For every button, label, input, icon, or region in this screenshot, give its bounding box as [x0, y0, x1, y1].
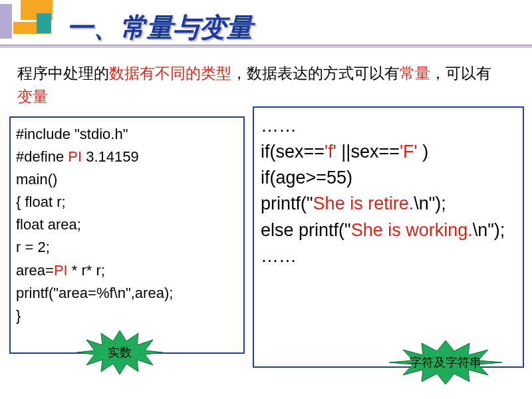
intro-text: 程序中处理的数据有不同的类型，数据表达的方式可以有常量，可以有变量 — [17, 63, 503, 108]
code-line: …… — [261, 243, 516, 269]
code-line: area=PI * r* r; — [16, 259, 238, 282]
intro-seg-red: 数据有不同的类型 — [109, 65, 231, 82]
code-box-left: #include "stdio.h" #define PI 3.14159 ma… — [9, 116, 245, 354]
code-line: printf("She is retire.\n"); — [261, 191, 516, 217]
code-line: else printf("She is working.\n"); — [261, 217, 516, 243]
code-line: main() — [16, 168, 238, 191]
title-underline — [0, 45, 532, 47]
intro-seg-red: 变量 — [17, 88, 48, 105]
code-line: float area; — [16, 213, 238, 236]
slide-title: 一、常量与变量 — [66, 9, 253, 46]
starburst-label-charstr: 字符及字符串 — [410, 354, 481, 370]
code-line: #include "stdio.h" — [16, 123, 238, 146]
code-line: } — [16, 305, 238, 327]
starburst-label-real: 实数 — [108, 344, 132, 360]
code-line: if(sex=='f' ||sex=='F' ) — [261, 139, 516, 165]
code-line: #define PI 3.14159 — [16, 146, 238, 168]
intro-seg: ，数据表达的方式可以有 — [231, 65, 400, 82]
code-line: r = 2; — [16, 236, 238, 259]
code-box-right: …… if(sex=='f' ||sex=='F' ) if(age>=55) … — [253, 106, 524, 368]
code-line: if(age>=55) — [261, 165, 516, 191]
starburst-char-string: 字符及字符串 — [386, 339, 505, 386]
code-line: …… — [261, 113, 516, 139]
starburst-real-number: 实数 — [73, 329, 166, 376]
title-underline-2 — [0, 47, 532, 48]
intro-seg-red: 常量 — [400, 65, 430, 82]
code-line: { float r; — [16, 191, 238, 213]
intro-seg: 程序中处理的 — [17, 65, 109, 82]
code-line: printf("area=%f\n",area); — [16, 282, 238, 305]
intro-seg: ，可以有 — [430, 65, 491, 82]
